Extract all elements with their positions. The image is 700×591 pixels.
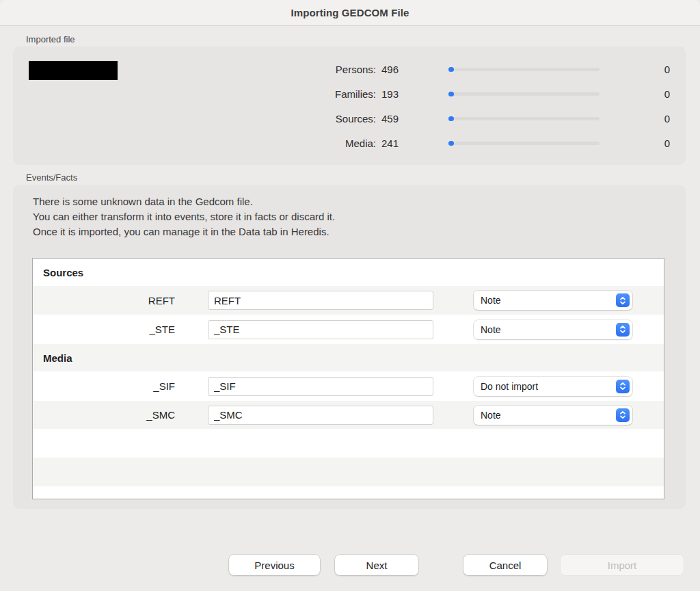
chevron-up-down-icon xyxy=(616,293,630,307)
stat-total-count: 496 xyxy=(381,64,448,75)
cancel-button[interactable]: Cancel xyxy=(463,555,547,575)
table-empty-row xyxy=(33,486,664,499)
chevron-up-down-icon xyxy=(616,380,630,393)
stat-total-count: 193 xyxy=(381,88,448,100)
info-text: There is some unknown data in the Gedcom… xyxy=(14,185,685,239)
progress-fill xyxy=(448,116,454,121)
stat-label: Sources: xyxy=(301,113,376,124)
stat-row-families: Families: 193 0 xyxy=(301,81,670,106)
stat-label: Persons: xyxy=(301,64,376,75)
stat-imported-count: 0 xyxy=(600,64,670,75)
stat-total-count: 459 xyxy=(381,113,448,124)
action-select[interactable]: Do not import xyxy=(474,377,632,396)
tag-name-input[interactable] xyxy=(208,291,433,310)
imported-file-section-label: Imported file xyxy=(26,34,700,44)
table-section-media: Media xyxy=(33,344,664,371)
events-facts-section-label: Events/Facts xyxy=(26,172,700,183)
mapping-table: Sources REFT Note _STE Note Media xyxy=(32,258,664,499)
tag-label: _SIF xyxy=(33,380,175,392)
stat-imported-count: 0 xyxy=(600,88,670,100)
dialog-title-bar: Importing GEDCOM File xyxy=(0,0,700,26)
redacted-filename xyxy=(29,61,118,80)
table-row-ste: _STE Note xyxy=(33,315,664,344)
tag-name-input[interactable] xyxy=(208,320,433,339)
action-select[interactable]: Note xyxy=(474,406,632,425)
info-line-3: Once it is imported, you can manage it i… xyxy=(33,224,685,239)
table-row-smc: _SMC Note xyxy=(33,401,664,429)
stat-label: Families: xyxy=(301,88,376,100)
tag-name-input[interactable] xyxy=(208,406,433,425)
progress-fill xyxy=(448,67,454,72)
chevron-up-down-icon xyxy=(616,323,630,337)
import-stats: Persons: 496 0 Families: 193 0 Sources: … xyxy=(301,57,670,155)
chevron-up-down-icon xyxy=(616,408,630,422)
table-row-sif: _SIF Do not import xyxy=(33,371,664,401)
stat-imported-count: 0 xyxy=(600,137,670,149)
progress-fill xyxy=(448,141,454,146)
progress-fill xyxy=(448,92,454,96)
progress-bar-families xyxy=(448,92,600,96)
progress-bar-sources xyxy=(448,117,600,120)
table-row-reft: REFT Note xyxy=(33,286,664,315)
stat-imported-count: 0 xyxy=(600,113,670,124)
stat-total-count: 241 xyxy=(381,137,448,149)
table-empty-row xyxy=(33,458,664,486)
table-section-sources: Sources xyxy=(33,259,664,286)
action-select[interactable]: Note xyxy=(474,291,632,310)
tag-name-input[interactable] xyxy=(208,377,433,396)
dialog-button-row: Previous Next Cancel Import xyxy=(0,555,700,575)
previous-button[interactable]: Previous xyxy=(229,555,320,575)
stat-row-sources: Sources: 459 0 xyxy=(301,106,670,131)
info-line-2: You can either transform it into events,… xyxy=(33,209,685,224)
tag-label: REFT xyxy=(33,295,175,306)
progress-bar-persons xyxy=(448,68,600,71)
action-select-value: Note xyxy=(481,410,501,421)
tag-label: _STE xyxy=(33,324,175,335)
progress-bar-media xyxy=(448,142,600,145)
tag-label: _SMC xyxy=(33,409,175,421)
events-facts-panel: There is some unknown data in the Gedcom… xyxy=(14,185,685,508)
import-button[interactable]: Import xyxy=(561,555,684,575)
info-line-1: There is some unknown data in the Gedcom… xyxy=(33,194,685,209)
action-select[interactable]: Note xyxy=(474,320,632,339)
table-empty-row xyxy=(33,429,664,458)
dialog-title: Importing GEDCOM File xyxy=(291,7,409,18)
action-select-value: Do not import xyxy=(481,381,538,392)
stat-label: Media: xyxy=(301,137,376,149)
stat-row-persons: Persons: 496 0 xyxy=(301,57,670,81)
action-select-value: Note xyxy=(481,324,501,335)
next-button[interactable]: Next xyxy=(335,555,418,575)
stat-row-media: Media: 241 0 xyxy=(301,131,670,155)
imported-file-panel: Persons: 496 0 Families: 193 0 Sources: … xyxy=(14,47,685,164)
action-select-value: Note xyxy=(481,295,501,306)
